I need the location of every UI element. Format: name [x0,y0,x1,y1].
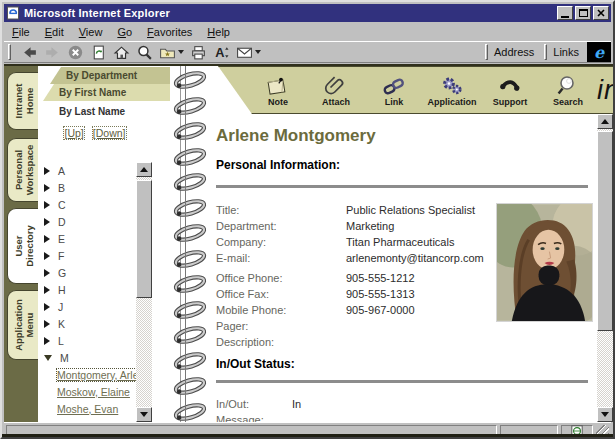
menu-item[interactable]: Favorites [147,26,192,38]
letter-row[interactable]: L [38,332,152,349]
links-bar-grip[interactable] [544,44,547,60]
up-link[interactable]: [Up] [64,127,83,139]
ie-window-icon [6,6,20,20]
minimize-button[interactable] [557,6,573,20]
sort-tab-by-first-name[interactable]: By First Name [43,84,170,101]
browser-window: Microsoft Internet Explorer FileEditView… [0,0,615,439]
directory-scrollbar[interactable] [136,162,152,422]
field-value: 905-555-1212 [346,272,415,284]
spiral-coil-icon [171,249,209,269]
title-bar: Microsoft Internet Explorer [4,4,611,22]
menu-item[interactable]: Edit [45,26,64,38]
refresh-button[interactable] [90,42,107,62]
letter-row-expanded[interactable]: M [38,349,152,366]
sort-tab-by-last-name[interactable]: By Last Name [43,103,170,120]
expand-arrow-icon [44,201,50,209]
sidebar-tab[interactable]: Personal Workspace [7,138,39,202]
favorites-button[interactable] [159,42,184,62]
ie-logo: e [587,42,611,62]
toolbar-grip[interactable] [8,44,11,60]
app-toolbar-label: Attach [322,97,350,107]
maximize-icon [579,9,588,17]
app-toolbar-item[interactable]: Note [249,74,307,107]
spiral-coil-icon [171,300,209,320]
letter-row[interactable]: C [38,196,152,213]
app-toolbar-label: Link [385,97,404,107]
back-button[interactable] [21,42,38,62]
scrollbar-thumb[interactable] [136,180,152,298]
field-value: Marketing [346,220,394,232]
close-icon [597,9,605,17]
page-scrollbar[interactable] [597,114,613,422]
stop-button[interactable] [67,42,84,62]
sidebar-tab-label-line1: Personal [13,145,24,196]
down-link[interactable]: [Down] [93,127,126,139]
app-toolbar-item[interactable]: Support [481,74,539,107]
menu-item[interactable]: View [79,26,103,38]
letter-row[interactable]: G [38,264,152,281]
letter-row[interactable]: H [38,281,152,298]
sidebar-tab[interactable]: User Directory [7,208,39,284]
app-toolbar-item[interactable]: Attach [307,74,365,107]
print-button[interactable] [190,42,207,62]
app-toolbar-label: Support [493,97,528,107]
sidebar-tab-label-line2: Workspace [24,145,35,196]
close-button[interactable] [593,6,609,20]
app-sidebar: Intranet Home Personal Workspace User Di… [4,66,38,422]
letter-row[interactable]: J [38,298,152,315]
app-toolbar-item[interactable]: Search [539,74,597,107]
directory-name-link[interactable]: Moshe, Evan [57,403,118,415]
expand-arrow-icon [44,218,50,226]
divider [216,185,588,188]
personal-info-fields: Title: Public Relations Specialist Depar… [216,202,496,350]
letter-row[interactable]: K [38,315,152,332]
address-bar-grip[interactable] [485,44,488,60]
links-bar-toggle[interactable]: Links [551,46,585,58]
app-toolbar-label: Search [553,97,583,107]
sidebar-tab[interactable]: Application Menu [7,290,39,360]
home-button[interactable] [113,42,130,62]
note-icon [266,74,290,98]
letter-row[interactable]: E [38,230,152,247]
sidebar-tab[interactable]: Intranet Home [7,72,39,130]
field-row: Pager: [216,318,496,334]
scroll-down-button[interactable] [136,407,152,422]
window-bottom-edge [2,434,613,437]
scrollbar-thumb[interactable] [597,131,613,331]
app-toolbar-item[interactable]: Link [365,74,423,107]
letter-row[interactable]: B [38,179,152,196]
menu-item[interactable]: Go [117,26,132,38]
letter-row[interactable]: F [38,247,152,264]
directory-name-link[interactable]: Moskow, Elaine [57,386,130,398]
menu-item[interactable]: File [12,26,30,38]
field-label: In/Out: [216,398,292,410]
app-toolbar-label: Application [428,97,477,107]
letter-row[interactable]: D [38,213,152,230]
field-row: E-mail: arlenemonty@titancorp.com [216,250,496,266]
scroll-up-button[interactable] [597,114,613,129]
app-toolbar-item[interactable]: Application [423,74,481,107]
letter-label: G [58,267,66,279]
forward-button[interactable] [44,42,61,62]
scroll-up-icon [601,119,609,124]
expand-arrow-icon [44,235,50,243]
maximize-button[interactable] [575,6,591,20]
menu-item[interactable]: Help [207,26,230,38]
section-heading-status: In/Out Status: [216,357,295,371]
sidebar-tab-label-line2: Directory [24,225,35,267]
sort-tab-by-department[interactable]: By Department [50,67,170,84]
field-value: Titan Pharmaceuticals [346,236,454,248]
mail-button[interactable] [236,42,261,62]
field-row: Message: [216,412,496,422]
involv-logo: inv lv [597,75,615,106]
expand-arrow-icon [44,337,50,345]
magnifier-icon [556,74,580,98]
search-button[interactable] [136,42,153,62]
scroll-down-button[interactable] [597,407,613,422]
expand-arrow-icon [44,252,50,260]
address-bar-toggle[interactable]: Address [492,46,540,58]
font-button[interactable] [213,42,230,62]
letter-row[interactable]: A [38,162,152,179]
field-row: In/Out: In [216,396,496,412]
scroll-up-button[interactable] [136,162,152,177]
